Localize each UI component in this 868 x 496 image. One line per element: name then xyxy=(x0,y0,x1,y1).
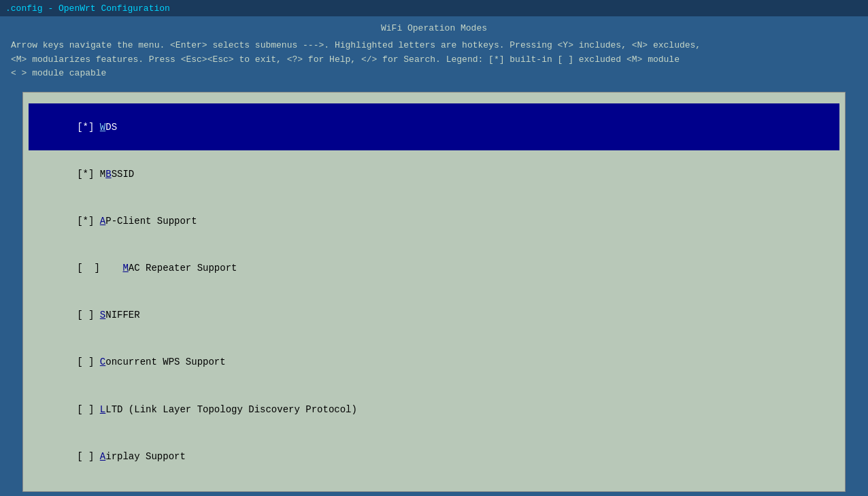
hotkey-sniffer: S xyxy=(100,310,105,320)
hotkey-mbssid: B xyxy=(105,169,111,180)
header-section: WiFi Operation Modes Arrow keys navigate… xyxy=(0,16,868,86)
title-bar: .config - OpenWrt Configuration xyxy=(0,0,868,16)
hotkey-wds: W xyxy=(100,122,105,133)
main-container: WiFi Operation Modes Arrow keys navigate… xyxy=(0,16,868,496)
menu-item-lltd[interactable]: [ ] LLTD (Link Layer Topology Discovery … xyxy=(29,386,839,433)
menu-item-wds[interactable]: [*] WDS xyxy=(29,103,839,150)
title-text: .config - OpenWrt Configuration xyxy=(5,3,170,14)
hotkey-lltd: L xyxy=(100,404,105,415)
menu-item-mac-repeater[interactable]: [ ] MAC Repeater Support xyxy=(29,245,839,292)
menu-item-concurrent-wps[interactable]: [ ] Concurrent WPS Support xyxy=(29,339,839,386)
hotkey-mac-repeater: M xyxy=(122,263,128,274)
menu-box: [*] WDS [*] MBSSID [*] AP-Client Support… xyxy=(22,92,846,491)
dialog-title: WiFi Operation Modes xyxy=(11,22,857,36)
menu-item-airplay[interactable]: [ ] Airplay Support xyxy=(29,433,839,480)
help-line-2: <M> modularizes features. Press <Esc><Es… xyxy=(11,53,857,67)
menu-item-ap-client[interactable]: [*] AP-Client Support xyxy=(29,198,839,245)
content-area: [*] WDS [*] MBSSID [*] AP-Client Support… xyxy=(0,86,868,496)
hotkey-concurrent-wps: C xyxy=(100,357,105,367)
hotkey-ap-client: A xyxy=(100,216,105,227)
help-line-3: < > module capable xyxy=(11,67,857,81)
menu-item-mbssid[interactable]: [*] MBSSID xyxy=(29,150,839,197)
help-line-1: Arrow keys navigate the menu. <Enter> se… xyxy=(11,39,857,53)
hotkey-airplay: A xyxy=(100,451,105,462)
menu-item-sniffer[interactable]: [ ] SNIFFER xyxy=(29,292,839,339)
